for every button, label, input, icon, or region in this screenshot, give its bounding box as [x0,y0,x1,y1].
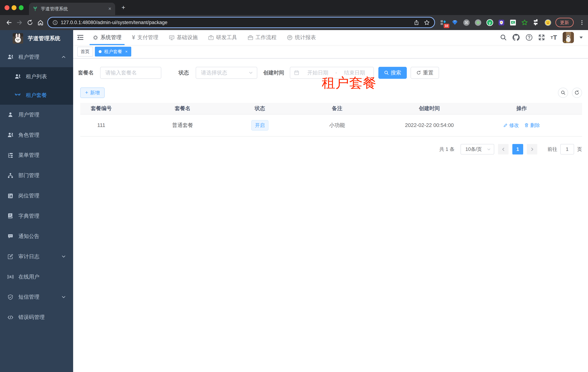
nav-item-workflow[interactable]: 工作流程 [242,30,282,45]
package-name-input-wrap [100,67,161,79]
record-extension-icon[interactable] [474,19,482,26]
app-logo-rabbit [13,33,23,44]
refresh-table-button[interactable] [572,88,582,98]
message-icon [7,233,13,239]
annotation-text: 租户套餐 [322,75,376,91]
site-info-icon[interactable] [52,20,58,25]
tabs-extension-icon[interactable]: 10 [440,19,447,26]
sidebar-item-tenant-list[interactable]: 租户列表 [0,67,73,86]
show-search-toggle-button[interactable] [558,88,568,98]
chat-extension-icon[interactable] [509,19,517,26]
nav-item-infra[interactable]: 基础设施 [164,30,203,45]
nav-item-payment[interactable]: ¥ 支付管理 [127,30,164,45]
sidebar-item-post-management[interactable]: 岗位管理 [0,186,73,206]
help-icon[interactable] [525,34,533,41]
pagination: 共 1 条 10条/页 1 前往 [73,144,582,154]
page-number-1[interactable]: 1 [512,144,523,154]
sidebar-item-tenant-management[interactable]: 租户管理 [0,47,73,67]
font-size-icon[interactable]: TT [551,34,557,41]
cell-remark: 小功能 [277,122,398,129]
page-unit-label: 页 [577,146,582,152]
sidebar-item-sms-management[interactable]: 短信管理 [0,287,73,307]
command-extension-icon[interactable]: ⌘ [463,19,470,26]
package-table: 套餐编号 套餐名 状态 备注 创建时间 操作 111 普通套餐 开启 小功能 [80,103,582,137]
share-icon[interactable] [414,20,419,25]
refresh-icon [416,70,421,75]
active-tag-dot [99,50,102,53]
browser-update-button[interactable]: 更新 [556,18,574,27]
nav-item-dev-tools[interactable]: 研发工具 [203,30,242,45]
browser-menu-icon[interactable] [577,17,587,28]
caret-down-icon[interactable] [579,37,583,39]
tag-home[interactable]: 首页 [77,47,93,56]
online-user-icon [7,274,13,280]
shield-extension-icon[interactable] [498,19,505,26]
monitor-icon [169,35,175,40]
fullscreen-icon[interactable] [538,34,545,41]
prev-page-button[interactable] [498,144,509,154]
emoji-extension-icon[interactable] [544,19,552,26]
log-edit-icon [7,254,13,260]
sidebar-item-menu-management[interactable]: 菜单管理 [0,145,73,166]
url-bar[interactable]: 127.0.0.1:48080/admin-ui/system/tenant/p… [47,17,435,28]
back-arrow-icon[interactable] [4,17,14,28]
sidebar-item-dept-management[interactable]: 部门管理 [0,165,73,186]
nav-item-system[interactable]: 系统管理 [87,30,127,45]
status-select[interactable]: 请选择状态 [196,67,257,79]
url-text[interactable]: 127.0.0.1:48080/admin-ui/system/tenant/p… [61,20,167,25]
edit-link[interactable]: 修改 [503,122,519,128]
sidebar-item-error-code[interactable]: 错误码管理 [0,307,73,328]
page-content: 套餐名 状态 请选择状态 创建时间 [73,58,588,372]
sidebar-item-dict-management[interactable]: 字典管理 [0,206,73,226]
toolbox-icon [208,35,214,40]
package-name-input[interactable] [100,67,161,78]
tenant-package-icon [15,92,21,98]
browser-tab-title: 芋道管理系统 [41,6,108,12]
nav-item-reports[interactable]: 统计报表 [282,30,321,45]
forward-arrow-icon[interactable] [14,17,25,28]
bookmark-star-icon[interactable] [424,20,430,26]
goto-page-input[interactable] [560,144,574,154]
plus-icon: + [85,90,88,95]
avatar[interactable]: 0:30 [563,32,574,43]
browser-tab[interactable]: 芋道管理系统 × [29,3,115,15]
header-actions: TT 0:30 [500,32,588,43]
search-button[interactable]: 搜索 [378,67,407,79]
search-icon [384,70,389,75]
col-header-actions: 操作 [461,105,582,112]
sidebar-fold-icon[interactable] [73,30,87,45]
sidebar-item-notice[interactable]: 通知公告 [0,226,73,246]
reload-icon[interactable] [25,17,35,28]
tab-close-icon[interactable]: × [108,6,111,11]
trash-icon [524,123,529,128]
home-icon[interactable] [35,17,46,28]
puzzle-extension-icon[interactable] [532,19,540,26]
page-size-select[interactable]: 10条/页 [461,144,494,154]
app-header: 系统管理 ¥ 支付管理 基础设施 [73,30,588,45]
tag-tenant-package[interactable]: 租户套餐 × [95,47,131,56]
sidebar-item-audit-log[interactable]: 审计日志 [0,246,73,267]
col-header-name: 套餐名 [122,105,243,112]
zoom-window-button[interactable] [19,5,24,10]
add-button[interactable]: + 新增 [80,87,105,98]
sidebar-item-user-management[interactable]: 用户管理 [0,105,73,125]
close-window-button[interactable] [5,5,10,10]
window-controls[interactable] [5,5,24,10]
reset-button[interactable]: 重置 [410,67,439,79]
sidebar-item-tenant-package[interactable]: 租户套餐 [0,86,73,105]
github-icon[interactable] [512,34,520,41]
top-navigation: 系统管理 ¥ 支付管理 基础设施 [87,30,321,45]
user-icon [7,112,13,118]
gem-extension-icon[interactable] [451,19,459,26]
minimize-window-button[interactable] [11,5,16,10]
search-icon[interactable] [500,34,507,41]
star-extension-icon[interactable] [521,19,528,26]
sidebar-logo-row[interactable]: 芋道管理系统 [0,30,73,47]
delete-link[interactable]: 删除 [524,122,540,128]
sidebar-item-online-users[interactable]: 在线用户 [0,267,73,287]
sidebar-item-role-management[interactable]: 角色管理 [0,125,73,145]
new-tab-button[interactable]: + [119,3,128,12]
tag-close-icon[interactable]: × [125,49,128,54]
y-extension-icon[interactable]: y [486,19,493,26]
next-page-button[interactable] [527,144,537,154]
